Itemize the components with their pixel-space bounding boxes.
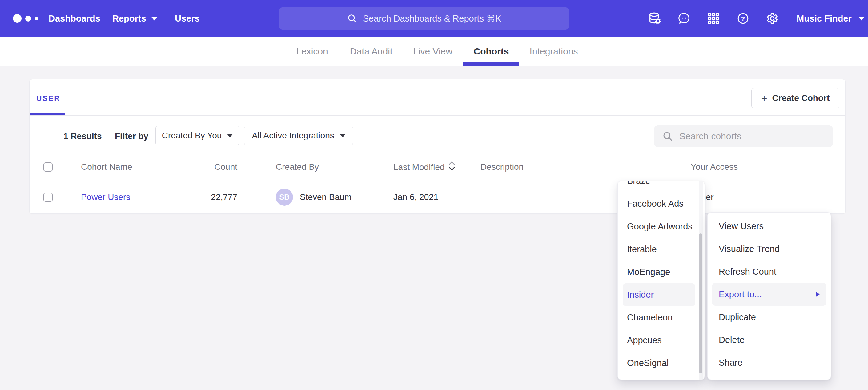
settings-button[interactable]: [765, 11, 780, 26]
cohorts-panel: USER + Create Cohort 1 Results Filter by…: [29, 79, 845, 214]
row-context-menu-list: View Users Visualize Trend Refresh Count…: [708, 215, 831, 374]
scrollbar-thumb[interactable]: [699, 233, 703, 373]
menu-item-view-users[interactable]: View Users: [712, 215, 827, 237]
results-count: 1 Results: [63, 131, 102, 141]
menu-item-iterable[interactable]: Iterable: [623, 238, 695, 261]
menu-item-insider[interactable]: Insider: [623, 283, 695, 306]
global-search-placeholder: Search Dashboards & Reports ⌘K: [363, 13, 501, 24]
data-management-button[interactable]: [648, 11, 662, 26]
column-count: Count: [171, 162, 237, 172]
menu-item-delete[interactable]: Delete: [712, 328, 827, 351]
column-cohort-name: Cohort Name: [81, 162, 132, 172]
created-by-filter-dropdown[interactable]: Created By You: [155, 126, 239, 145]
divider: [30, 115, 845, 116]
menu-item-refresh-count[interactable]: Refresh Count: [712, 260, 827, 283]
column-description: Description: [480, 162, 524, 172]
tab-lexicon[interactable]: Lexicon: [296, 46, 328, 57]
integrations-filter-dropdown[interactable]: All Active Integrations: [244, 126, 353, 145]
global-search-input[interactable]: Search Dashboards & Reports ⌘K: [279, 7, 569, 30]
integrations-filter-value: All Active Integrations: [252, 131, 334, 140]
avatar: SB: [276, 189, 293, 206]
create-cohort-label: Create Cohort: [772, 93, 830, 103]
chevron-down-icon: [151, 17, 157, 20]
last-modified-label: Last Modified: [393, 162, 445, 172]
menu-item-google-adwords[interactable]: Google Adwords: [623, 215, 695, 238]
chevron-down-icon: [227, 134, 233, 137]
feedback-button[interactable]: [677, 11, 692, 26]
section-tabs: Lexicon Data Audit Live View Cohorts Int…: [0, 37, 868, 66]
column-your-access: Your Access: [691, 162, 738, 172]
export-submenu-list: Braze Facebook Ads Google Adwords Iterab…: [618, 181, 705, 374]
logo-dot-small: [35, 17, 38, 20]
plus-icon: +: [761, 93, 767, 103]
chevron-down-icon: [340, 134, 345, 137]
create-cohort-button[interactable]: + Create Cohort: [751, 88, 839, 108]
menu-item-export-to[interactable]: Export to...: [712, 283, 827, 306]
menu-item-moengage[interactable]: MoEngage: [623, 261, 695, 283]
menu-item-appcues[interactable]: Appcues: [623, 329, 695, 352]
active-tab-indicator: [463, 62, 519, 66]
database-gear-icon: [648, 11, 662, 26]
logo-dot-medium: [25, 16, 31, 22]
project-name: Music Finder: [797, 13, 852, 24]
help-icon: ?: [736, 12, 750, 25]
mixpanel-logo[interactable]: [13, 14, 38, 23]
apps-button[interactable]: [706, 11, 721, 26]
help-button[interactable]: ?: [736, 11, 750, 26]
nav-reports[interactable]: Reports: [112, 13, 157, 24]
divider: [105, 126, 105, 144]
menu-item-visualize-trend[interactable]: Visualize Trend: [712, 237, 827, 260]
export-submenu: Braze Facebook Ads Google Adwords Iterab…: [617, 181, 705, 380]
row-context-menu: View Users Visualize Trend Refresh Count…: [707, 212, 831, 380]
cohort-count: 22,777: [171, 192, 237, 202]
search-icon: [347, 13, 358, 24]
chevron-right-icon: [816, 292, 820, 297]
gear-icon: [766, 12, 779, 25]
menu-item-duplicate[interactable]: Duplicate: [712, 306, 827, 328]
menu-item-share[interactable]: Share: [712, 351, 827, 374]
tab-user-cohorts[interactable]: USER: [36, 94, 61, 103]
filter-by-label: Filter by: [115, 131, 148, 141]
table-row: Power Users 22,777 SB Steven Baum Jan 6,…: [30, 180, 845, 214]
top-nav: Dashboards Reports Users Search Dashboar…: [0, 0, 868, 37]
row-checkbox[interactable]: [43, 193, 53, 202]
chat-bubble-icon: [678, 12, 691, 25]
table-header: Cohort Name Count Created By Last Modifi…: [30, 154, 845, 180]
created-by-filter-value: Created By You: [162, 131, 222, 140]
tab-cohorts[interactable]: Cohorts: [474, 46, 509, 57]
search-cohorts-input[interactable]: Search cohorts: [654, 126, 833, 147]
project-selector[interactable]: Music Finder: [797, 13, 865, 24]
chevron-down-icon: [859, 17, 865, 20]
created-by-name: Steven Baum: [300, 192, 351, 202]
menu-item-onesignal[interactable]: OneSignal: [623, 352, 695, 374]
column-last-modified: Last Modified: [393, 161, 456, 173]
last-modified-date: Jan 6, 2021: [393, 192, 438, 202]
column-created-by: Created By: [276, 162, 319, 172]
menu-item-chameleon[interactable]: Chameleon: [623, 306, 695, 329]
nav-dashboards[interactable]: Dashboards: [49, 13, 100, 24]
svg-text:?: ?: [741, 15, 745, 22]
scrollbar-track[interactable]: [699, 181, 703, 380]
cohort-name-link[interactable]: Power Users: [81, 192, 130, 202]
nav-reports-label: Reports: [112, 13, 146, 24]
grid-icon: [707, 12, 720, 25]
select-all-checkbox[interactable]: [43, 162, 53, 172]
sort-icon[interactable]: [448, 161, 456, 173]
export-to-label: Export to...: [719, 289, 762, 300]
tab-integrations[interactable]: Integrations: [530, 46, 578, 57]
nav-users[interactable]: Users: [175, 13, 200, 24]
menu-item-facebook-ads[interactable]: Facebook Ads: [623, 192, 695, 215]
search-icon: [662, 131, 673, 142]
tab-live-view[interactable]: Live View: [413, 46, 453, 57]
menu-item-braze[interactable]: Braze: [623, 181, 695, 192]
tab-data-audit[interactable]: Data Audit: [350, 46, 393, 57]
search-cohorts-placeholder: Search cohorts: [679, 131, 742, 141]
logo-dot-large: [13, 14, 22, 23]
